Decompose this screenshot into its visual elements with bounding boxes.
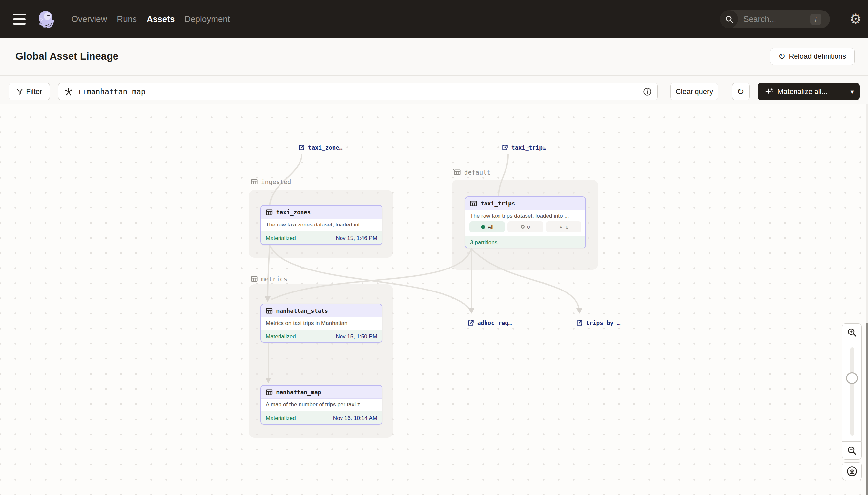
- settings-gear-icon[interactable]: ⚙: [848, 11, 863, 27]
- nav-item-assets[interactable]: Assets: [147, 14, 175, 24]
- asset-group-icon: [249, 178, 258, 186]
- failed-triangle-icon: ▲: [559, 225, 563, 229]
- zoom-slider-handle[interactable]: [846, 372, 858, 384]
- asset-description: The raw taxi zones dataset, loaded int..…: [261, 219, 382, 231]
- zoom-in-icon: [847, 327, 857, 338]
- table-icon: [266, 308, 272, 314]
- zoom-controls: [842, 323, 862, 460]
- group-label-default: default: [453, 167, 491, 177]
- top-navbar: Overview Runs Assets Deployment / ⚙: [0, 0, 868, 38]
- partitions-missing-pill[interactable]: 0: [508, 221, 543, 233]
- external-link-icon: [501, 144, 509, 151]
- materialization-timestamp[interactable]: Nov 16, 10:14 AM: [333, 415, 377, 422]
- external-asset-adhoc-req[interactable]: adhoc_req…: [467, 319, 512, 328]
- partitions-count[interactable]: 3 partitions: [470, 239, 497, 246]
- zoom-slider-track[interactable]: [850, 347, 854, 436]
- asset-node-taxi-trips[interactable]: taxi_trips The raw taxi trips dataset, l…: [465, 196, 586, 249]
- asset-name: taxi_zones: [276, 209, 311, 216]
- success-dot-icon: [481, 225, 485, 229]
- partitions-failed-pill[interactable]: ▲0: [546, 221, 581, 233]
- table-icon: [266, 209, 272, 216]
- nav-item-overview[interactable]: Overview: [72, 14, 107, 24]
- reload-icon: ↻: [778, 52, 786, 61]
- table-icon: [266, 389, 272, 395]
- refresh-graph-button[interactable]: ↻: [732, 83, 749, 100]
- download-graph-button[interactable]: [842, 462, 862, 480]
- zoom-slider[interactable]: [842, 341, 862, 442]
- global-search[interactable]: /: [720, 10, 830, 28]
- asset-node-manhattan-stats[interactable]: manhattan_stats Metrics on taxi trips in…: [261, 304, 383, 343]
- zoom-in-button[interactable]: [842, 323, 862, 341]
- external-asset-taxi-zone[interactable]: taxi_zone…: [298, 143, 342, 152]
- main-nav: Overview Runs Assets Deployment: [72, 0, 230, 38]
- canvas-scrollbar-thumb[interactable]: [866, 323, 868, 495]
- graph-selection-icon: [64, 87, 73, 96]
- sparkle-icon: [765, 87, 774, 96]
- search-shortcut-badge: /: [810, 14, 821, 25]
- info-icon[interactable]: [643, 87, 652, 96]
- asset-group-icon: [453, 168, 461, 176]
- asset-name: manhattan_stats: [276, 308, 328, 314]
- external-link-icon: [467, 319, 474, 327]
- status-badge: Materialized: [266, 334, 296, 340]
- materialization-timestamp[interactable]: Nov 15, 1:50 PM: [336, 334, 377, 340]
- status-badge: Materialized: [266, 415, 296, 422]
- asset-description: A map of the number of trips per taxi z.…: [261, 399, 382, 411]
- lineage-canvas[interactable]: ingested default metrics taxi_zone… taxi…: [0, 104, 868, 495]
- edge-taxitrips-to-tripsby: [472, 249, 579, 312]
- group-label-ingested: ingested: [249, 177, 291, 187]
- missing-ring-icon: [520, 225, 525, 229]
- nav-item-deployment[interactable]: Deployment: [184, 14, 230, 24]
- dagster-logo-icon[interactable]: [37, 10, 55, 28]
- page-header: Global Asset Lineage ↻ Reload definition…: [0, 38, 868, 76]
- external-asset-taxi-trip[interactable]: taxi_trip…: [501, 143, 546, 152]
- materialization-timestamp[interactable]: Nov 15, 1:46 PM: [336, 235, 377, 242]
- asset-name: taxi_trips: [481, 200, 515, 207]
- materialize-all-button[interactable]: Materialize all... ▾: [758, 83, 860, 100]
- clear-query-button[interactable]: Clear query: [670, 83, 719, 100]
- edge-taxizones-to-manhattanstats: [268, 245, 270, 301]
- edge-taxizones-to-adhocreq: [270, 245, 470, 310]
- table-icon: [470, 200, 477, 207]
- external-link-icon: [576, 319, 583, 327]
- refresh-icon: ↻: [737, 87, 744, 96]
- reload-definitions-button[interactable]: ↻ Reload definitions: [770, 48, 854, 65]
- lineage-edges: [0, 104, 868, 495]
- asset-node-manhattan-map[interactable]: manhattan_map A map of the number of tri…: [261, 385, 383, 425]
- page-title: Global Asset Lineage: [15, 51, 119, 62]
- edge-taxitrips-to-manhattanstats: [272, 249, 472, 300]
- download-icon: [846, 465, 858, 477]
- edge-taxitrip-to-taxitrips: [498, 154, 508, 198]
- group-label-metrics: metrics: [249, 274, 287, 284]
- asset-node-taxi-zones[interactable]: taxi_zones The raw taxi zones dataset, l…: [261, 205, 383, 245]
- asset-name: manhattan_map: [276, 389, 321, 395]
- filter-button[interactable]: Filter: [8, 83, 50, 100]
- search-icon: [720, 10, 738, 28]
- asset-description: The raw taxi trips dataset, loaded into …: [465, 210, 585, 221]
- hamburger-menu-icon[interactable]: [13, 14, 25, 24]
- partitions-all-pill[interactable]: All: [470, 221, 505, 233]
- external-link-icon: [298, 144, 305, 151]
- materialize-dropdown-caret[interactable]: ▾: [844, 83, 860, 100]
- asset-group-icon: [249, 275, 258, 283]
- status-badge: Materialized: [266, 235, 296, 242]
- asset-selection-input-box[interactable]: [58, 83, 658, 100]
- nav-item-runs[interactable]: Runs: [117, 14, 137, 24]
- asset-selection-input[interactable]: [77, 87, 643, 96]
- zoom-out-button[interactable]: [842, 442, 862, 460]
- funnel-icon: [16, 88, 23, 95]
- asset-description: Metrics on taxi trips in Manhattan: [261, 318, 382, 329]
- zoom-out-icon: [847, 445, 857, 456]
- partition-health-row: All 0 ▲0: [465, 221, 585, 236]
- lineage-toolbar: Filter Clear query ↻ Materialize all... …: [0, 76, 868, 104]
- search-input[interactable]: [743, 14, 799, 24]
- external-asset-trips-by[interactable]: trips_by_…: [576, 319, 620, 328]
